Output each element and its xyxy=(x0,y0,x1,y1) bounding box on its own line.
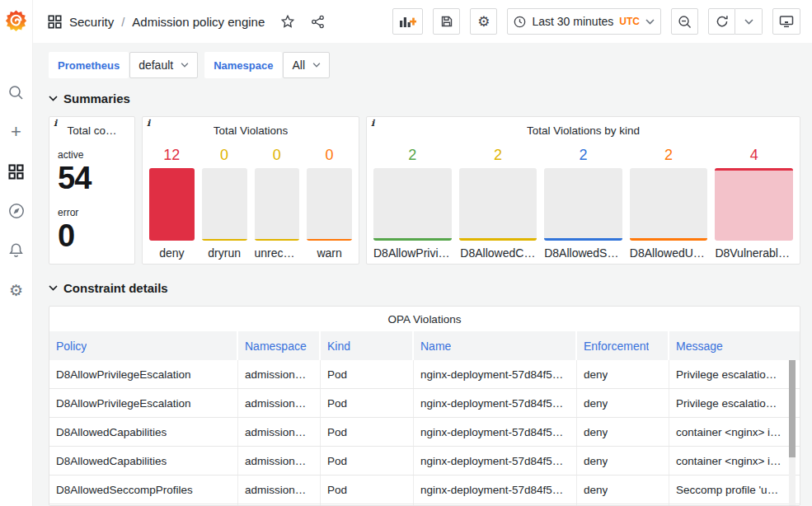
table-row: D8AllowedCapabilities admission… Pod ngi… xyxy=(49,447,800,476)
breadcrumb-dashboard-title[interactable]: Admission policy engine xyxy=(132,15,265,29)
chevron-down-icon xyxy=(181,63,189,68)
bar-fill xyxy=(149,168,195,241)
total-violations-bargauge: 12 deny 0 dryrun 0 unreco… xyxy=(149,147,352,260)
chevron-down-icon xyxy=(49,96,58,101)
grafana-logo-icon xyxy=(5,9,27,34)
bar-allowedusers: 2 D8AllowedUs… xyxy=(630,147,708,260)
time-range-picker[interactable]: Last 30 minutes UTC xyxy=(507,8,661,35)
gear-icon: ⚙ xyxy=(477,15,490,29)
zoom-out-time-button[interactable] xyxy=(671,8,698,35)
table-row: D8AllowedCapabilities admission… Pod ngi… xyxy=(49,418,800,447)
section-summaries[interactable]: Summaries xyxy=(49,89,800,107)
time-range-label: Last 30 minutes xyxy=(532,15,613,28)
chevron-down-icon xyxy=(744,19,753,25)
variable-namespace: Namespace All xyxy=(204,52,330,78)
section-constraint-details-title: Constraint details xyxy=(63,281,168,295)
share-icon[interactable] xyxy=(311,15,325,29)
section-constraint-details[interactable]: Constraint details xyxy=(49,279,800,297)
panel-total-violations-by-kind-title[interactable]: Total Violations by kind xyxy=(367,121,800,139)
bar-value: 0 xyxy=(202,147,247,168)
bar-label: warn xyxy=(307,241,352,260)
add-panel-button[interactable] xyxy=(392,8,423,35)
save-icon xyxy=(440,15,453,28)
bar-value: 0 xyxy=(307,147,352,168)
breadcrumb-separator: / xyxy=(121,15,124,29)
star-icon[interactable] xyxy=(280,14,295,29)
dashboard-settings-button[interactable]: ⚙ xyxy=(470,8,497,35)
bar-dryrun: 0 dryrun xyxy=(202,147,247,260)
dashboard-content: Prometheus default Namespace All xyxy=(33,43,812,506)
column-header-enforcement[interactable]: Enforcement xyxy=(577,331,669,360)
bar-fill xyxy=(544,168,622,241)
panel-info-icon[interactable]: i xyxy=(54,118,57,129)
grafana-app: + ⚙ Security / Admission policy engine xyxy=(0,0,812,506)
refresh-button[interactable] xyxy=(708,8,735,35)
stat-value-active: 54 xyxy=(58,161,126,197)
bar-allowedcapabilities: 2 D8AllowedC… xyxy=(459,147,537,260)
bar-value: 4 xyxy=(715,147,793,168)
column-header-kind[interactable]: Kind xyxy=(321,331,414,360)
bar-fill xyxy=(373,168,452,241)
column-header-namespace[interactable]: Namespace xyxy=(238,331,321,360)
variable-namespace-select[interactable]: All xyxy=(283,52,330,78)
column-header-message[interactable]: Message xyxy=(669,331,800,360)
column-header-policy[interactable]: Policy xyxy=(49,331,238,360)
bar-label: D8AllowedSe… xyxy=(544,241,622,260)
bar-value: 2 xyxy=(459,147,537,168)
bar-unrecognized: 0 unreco… xyxy=(255,147,300,260)
panel-info-icon[interactable]: i xyxy=(147,118,150,129)
grafana-logo[interactable] xyxy=(5,0,27,43)
dashboards-grid-icon[interactable] xyxy=(7,162,26,180)
refresh-group xyxy=(708,8,763,35)
bar-fill xyxy=(307,168,352,241)
dashboard-grid-icon xyxy=(48,15,62,29)
column-header-name[interactable]: Name xyxy=(414,331,577,360)
create-plus-icon[interactable]: + xyxy=(7,123,26,141)
table-row: D8AllowedSeccompProfiles admission… Pod … xyxy=(49,476,800,504)
opa-violations-title[interactable]: OPA Violations xyxy=(49,307,800,331)
bar-label: deny xyxy=(149,241,195,260)
search-icon[interactable] xyxy=(7,83,26,101)
bar-value: 0 xyxy=(255,147,300,168)
table-scrollbar-track xyxy=(789,360,796,505)
panel-total-count: i Total co… active 54 error 0 xyxy=(49,116,135,265)
table-row: D8AllowPrivilegeEscalation admission… Po… xyxy=(49,360,800,389)
bar-deny: 12 deny xyxy=(149,147,195,260)
bar-label: D8AllowedUs… xyxy=(630,241,708,260)
variables-row: Prometheus default Namespace All xyxy=(49,52,800,78)
stat-label-active: active xyxy=(58,149,126,161)
dashboard-toolbar: ⚙ Last 30 minutes UTC xyxy=(392,8,800,35)
panel-info-icon[interactable]: i xyxy=(371,118,374,129)
panel-total-count-title[interactable]: Total co… xyxy=(49,121,134,139)
variable-prometheus: Prometheus default xyxy=(49,52,198,78)
breadcrumb: Security / Admission policy engine xyxy=(48,14,325,29)
left-sidebar: + ⚙ xyxy=(0,0,33,506)
bar-vulnerable: 4 D8Vulnerable… xyxy=(715,147,793,260)
table-header-row: Policy Namespace Kind Name Enforcement M… xyxy=(49,331,800,360)
timezone-label: UTC xyxy=(619,16,640,27)
configuration-gear-icon[interactable]: ⚙ xyxy=(7,281,26,299)
monitor-icon xyxy=(779,15,794,28)
explore-compass-icon[interactable] xyxy=(7,202,26,220)
breadcrumb-folder[interactable]: Security xyxy=(69,15,114,29)
panel-total-violations-title[interactable]: Total Violations xyxy=(143,121,359,139)
variable-prometheus-value: default xyxy=(138,59,173,72)
alerting-bell-icon[interactable] xyxy=(7,241,26,260)
panel-opa-violations: OPA Violations Policy Namespace Kind Nam… xyxy=(49,306,800,506)
bar-fill xyxy=(255,168,300,241)
add-panel-icon xyxy=(399,15,416,28)
table-scrollbar-thumb[interactable] xyxy=(789,360,796,457)
bar-value: 2 xyxy=(373,147,452,168)
bar-fill xyxy=(715,168,793,241)
violations-by-kind-bargauge: 2 D8AllowPrivil… 2 D8AllowedC… 2 xyxy=(373,147,793,260)
variable-prometheus-select[interactable]: default xyxy=(129,52,198,78)
chevron-down-icon xyxy=(312,63,321,68)
refresh-interval-dropdown[interactable] xyxy=(735,8,763,35)
bar-label: D8AllowPrivil… xyxy=(373,241,452,260)
table-row: D8AllowPrivilegeEscalation admission… Po… xyxy=(49,389,800,418)
bar-label: unreco… xyxy=(255,241,300,260)
bar-fill xyxy=(202,168,247,241)
chevron-down-icon xyxy=(645,19,655,25)
save-dashboard-button[interactable] xyxy=(433,8,460,35)
kiosk-mode-button[interactable] xyxy=(772,8,800,35)
